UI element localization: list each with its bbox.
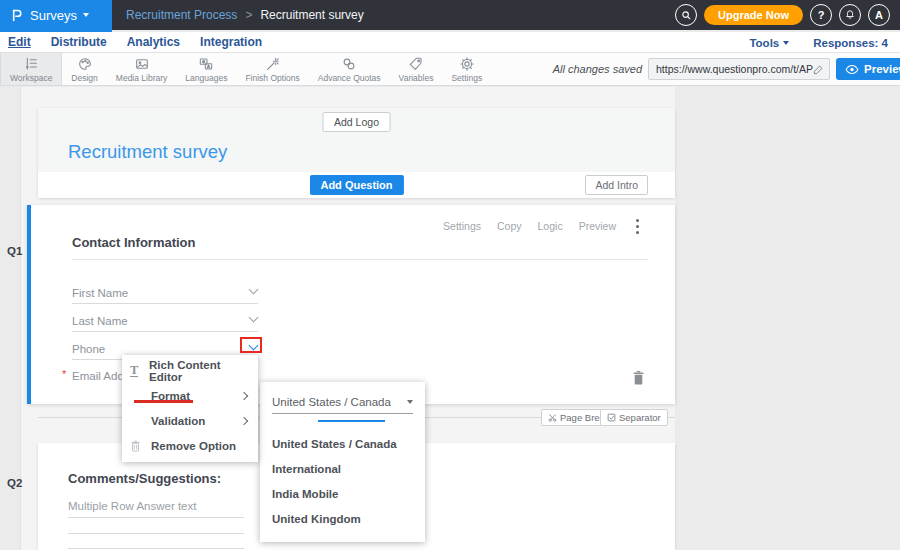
- menu-item-rich-content-editor[interactable]: T Rich Content Editor: [122, 358, 258, 383]
- multirow-answer-input[interactable]: Multiple Row Answer text: [68, 500, 196, 512]
- eye-icon: [845, 64, 859, 75]
- kebab-menu-icon[interactable]: [636, 217, 639, 235]
- autosave-status: All changes saved: [553, 63, 642, 75]
- tool-label: Workspace: [10, 73, 52, 83]
- trash-icon: [632, 370, 645, 386]
- tool-advance-quotas[interactable]: Advance Quotas: [309, 53, 390, 85]
- answer-line: [68, 517, 244, 518]
- editor-ribbon: Workspace Design Media Library Languages…: [0, 53, 900, 86]
- navbar-right-cluster: Upgrade Now ? A: [675, 0, 890, 30]
- separator-button[interactable]: Separator: [600, 409, 668, 426]
- separator-label: Separator: [619, 412, 661, 423]
- workspace-icon: [23, 56, 39, 72]
- field-last-name[interactable]: Last Name: [72, 311, 258, 329]
- delete-question-button[interactable]: [632, 370, 645, 386]
- question-title[interactable]: Comments/Suggestions:: [68, 471, 221, 486]
- brand-accent-line: [0, 30, 112, 32]
- avatar[interactable]: A: [868, 4, 890, 26]
- question-number-q1: Q1: [7, 245, 22, 257]
- question-preview-link[interactable]: Preview: [579, 220, 616, 232]
- tab-edit[interactable]: Edit: [8, 35, 31, 49]
- menu-item-format[interactable]: Format: [122, 383, 258, 408]
- tool-label: Variables: [399, 73, 434, 83]
- add-intro-button[interactable]: Add Intro: [585, 175, 648, 195]
- menu-item-remove-option[interactable]: Remove Option: [122, 433, 258, 458]
- annotation-box-phone-chevron: [240, 337, 262, 353]
- menu-item-label: Remove Option: [151, 440, 236, 452]
- chevron-down-icon: [83, 13, 89, 17]
- format-option-united-kingdom[interactable]: United Kingdom: [272, 507, 361, 532]
- section-tabs: Edit Distribute Analytics Integration To…: [0, 32, 900, 53]
- languages-icon: [198, 56, 214, 72]
- tool-label: Advance Quotas: [318, 73, 381, 83]
- menu-item-label: Validation: [151, 415, 205, 427]
- chevron-right-icon: [240, 391, 248, 399]
- tool-media-library[interactable]: Media Library: [107, 53, 177, 85]
- survey-canvas: Add Logo Recruitment survey Add Question…: [0, 87, 900, 550]
- search-icon: [681, 10, 692, 21]
- add-logo-button[interactable]: Add Logo: [322, 112, 391, 132]
- notifications-button[interactable]: [839, 4, 861, 26]
- add-question-button[interactable]: Add Question: [309, 175, 403, 195]
- select-focus-underline: [318, 420, 385, 422]
- question-settings-link[interactable]: Settings: [443, 220, 481, 232]
- text-format-icon: T: [130, 364, 138, 377]
- tabs-right-cluster: Tools Responses: 4: [749, 32, 888, 53]
- question-title-underline: [72, 259, 648, 260]
- required-marker: *: [62, 368, 66, 380]
- tool-label: Media Library: [116, 73, 168, 83]
- tool-label: Settings: [451, 73, 482, 83]
- survey-url-box: [648, 58, 830, 80]
- tool-finish-options[interactable]: Finish Options: [236, 53, 308, 85]
- tab-integration[interactable]: Integration: [200, 35, 262, 49]
- option-context-menu: T Rich Content Editor Format Validation …: [122, 355, 258, 462]
- tools-label: Tools: [749, 37, 779, 49]
- question-title[interactable]: Contact Information: [72, 235, 196, 250]
- top-navbar: Surveys Recruitment Process > Recruitmen…: [0, 0, 900, 30]
- field-label: Last Name: [72, 315, 128, 327]
- format-option-international[interactable]: International: [272, 457, 341, 482]
- variables-icon: [408, 56, 424, 72]
- tool-design[interactable]: Design: [62, 53, 106, 85]
- help-button[interactable]: ?: [810, 4, 832, 26]
- question-logic-link[interactable]: Logic: [538, 220, 563, 232]
- chevron-down-icon: [783, 41, 789, 45]
- format-select[interactable]: United States / Canada: [272, 390, 413, 414]
- responses-link[interactable]: Responses: 4: [813, 37, 888, 49]
- questionpro-logo: [9, 8, 24, 23]
- question-copy-link[interactable]: Copy: [497, 220, 522, 232]
- tool-languages[interactable]: Languages: [176, 53, 236, 85]
- bell-icon: [844, 9, 856, 21]
- survey-url-input[interactable]: [656, 63, 813, 75]
- advance-quotas-icon: [341, 56, 357, 72]
- annotation-underline-format: [134, 400, 193, 403]
- field-input-line: [72, 303, 258, 304]
- tools-dropdown[interactable]: Tools: [749, 37, 789, 49]
- tab-analytics[interactable]: Analytics: [127, 35, 180, 49]
- answer-line: [68, 548, 244, 549]
- survey-editor-screen: Surveys Recruitment Process > Recruitmen…: [0, 0, 900, 550]
- scissors-icon: [548, 413, 557, 422]
- question-number-q2: Q2: [7, 477, 22, 489]
- menu-item-validation[interactable]: Validation: [122, 408, 258, 433]
- breadcrumb-folder-link[interactable]: Recruitment Process: [126, 8, 237, 22]
- tool-variables[interactable]: Variables: [390, 53, 443, 85]
- field-first-name[interactable]: First Name: [72, 283, 258, 301]
- format-option-us-canada[interactable]: United States / Canada: [272, 432, 397, 457]
- surveys-product-menu[interactable]: Surveys: [0, 0, 112, 30]
- edit-pencil-icon[interactable]: [813, 64, 824, 75]
- preview-button[interactable]: Preview: [836, 58, 900, 80]
- tab-distribute[interactable]: Distribute: [51, 35, 107, 49]
- upgrade-now-button[interactable]: Upgrade Now: [704, 5, 803, 25]
- survey-header-card: Add Logo Recruitment survey Add Question…: [38, 108, 675, 198]
- survey-actions-row: Add Question Add Intro: [38, 172, 675, 198]
- tool-workspace[interactable]: Workspace: [0, 53, 62, 85]
- tool-label: Design: [71, 73, 97, 83]
- search-button[interactable]: [675, 4, 697, 26]
- survey-title[interactable]: Recruitment survey: [68, 141, 227, 163]
- format-submenu: United States / Canada United States / C…: [260, 382, 425, 542]
- tool-settings[interactable]: Settings: [442, 53, 491, 85]
- format-option-india-mobile[interactable]: India Mobile: [272, 482, 338, 507]
- format-selected-value: United States / Canada: [272, 396, 391, 408]
- breadcrumb-separator: >: [245, 8, 252, 22]
